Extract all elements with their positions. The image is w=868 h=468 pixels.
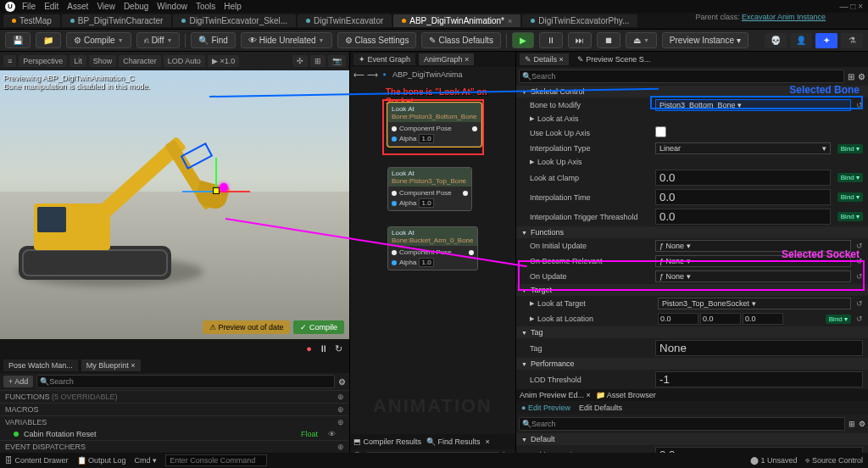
prop-look-up-axis[interactable]: ▶Look Up Axis — [516, 156, 868, 168]
plus-icon[interactable]: ⊕ — [337, 418, 344, 426]
viewport-camera-icon[interactable]: 📷 — [328, 55, 346, 67]
on-initial-update-dropdown[interactable]: ƒ None ▾ — [655, 240, 851, 252]
vec-y[interactable] — [700, 313, 741, 325]
reset-icon[interactable]: ↺ — [856, 257, 863, 265]
alpha-input[interactable]: 1.0 — [419, 198, 433, 208]
tab-find-results[interactable]: 🔍 Find Results — [426, 437, 481, 446]
alpha-pin-icon[interactable] — [392, 201, 397, 206]
pose-pin-out-icon[interactable] — [463, 191, 468, 196]
pause-transport-icon[interactable]: ⏸ — [319, 343, 328, 354]
menu-file[interactable]: File — [22, 2, 36, 11]
menu-tools[interactable]: Tools — [196, 2, 215, 11]
category-functions[interactable]: ▼Functions — [516, 226, 868, 238]
vec-z[interactable] — [743, 313, 783, 325]
diff-button[interactable]: ⎌ Diff▼ — [136, 32, 181, 48]
pose-pin-icon[interactable] — [392, 250, 397, 255]
gear-icon[interactable]: ⚙ — [338, 377, 346, 387]
edit-defaults-button[interactable]: Edit Defaults — [579, 404, 622, 412]
gizmo-y-icon[interactable] — [215, 158, 217, 192]
plus-icon[interactable]: ⊕ — [337, 405, 344, 414]
bind-button[interactable]: Bind ▾ — [837, 192, 863, 202]
preview-out-of-date-button[interactable]: ⚠ Preview out of date — [203, 320, 291, 334]
unsaved-indicator[interactable]: ⬤ 1 Unsaved — [750, 456, 798, 465]
source-control-button[interactable]: ⎆ Source Control — [805, 456, 863, 465]
tab-digitwinexcavator-skel[interactable]: DigiTwinExcavator_Skel... — [173, 14, 296, 27]
menu-window[interactable]: Window — [157, 2, 187, 11]
interpolation-trigger-input[interactable] — [655, 209, 831, 225]
tab-abp-digitwinanimation[interactable]: ABP_DigiTwinAnimation*× — [393, 14, 520, 27]
tab-testmap[interactable]: TestMap — [3, 14, 60, 27]
close-icon[interactable]: × — [131, 361, 135, 370]
tab-digitwinexcavator-phy[interactable]: DigiTwinExcavatorPhy... — [522, 14, 637, 27]
viewport[interactable]: Previewing ABP_DigiTwinAnimation_C Bone … — [0, 70, 349, 339]
tab-asset-browser[interactable]: 📁 Asset Browser — [596, 391, 656, 399]
close-icon[interactable]: × — [508, 17, 512, 25]
menu-debug[interactable]: Debug — [124, 2, 148, 11]
section-functions[interactable]: FUNCTIONS (5 OVERRIDABLE)⊕ — [0, 390, 349, 403]
play-button[interactable]: ▶ — [512, 32, 534, 48]
persona-animation[interactable]: ✦ — [815, 33, 837, 48]
close-icon[interactable]: × — [486, 437, 490, 446]
menu-edit[interactable]: Edit — [44, 2, 58, 11]
bind-button[interactable]: Bind ▾ — [837, 144, 863, 153]
close-icon[interactable]: × — [465, 55, 469, 64]
reset-icon[interactable]: ↺ — [856, 299, 863, 308]
persona-physics[interactable]: ⚗ — [841, 33, 863, 48]
stop-button[interactable]: ⏹ — [597, 32, 620, 48]
preview-instance-dropdown[interactable]: Preview Instance ▾ — [662, 32, 748, 48]
gizmo-z-icon[interactable] — [182, 191, 216, 192]
on-update-dropdown[interactable]: ƒ None ▾ — [655, 270, 851, 282]
viewport-show[interactable]: Show — [89, 55, 117, 67]
gear-icon[interactable]: ⚙ — [858, 72, 865, 81]
interpolation-type-dropdown[interactable]: Linear▾ — [655, 142, 831, 154]
reset-icon[interactable]: ↺ — [856, 101, 863, 109]
compile-button[interactable]: ⚙ Compile▼ — [66, 32, 131, 48]
plus-icon[interactable]: ⊕ — [337, 393, 344, 401]
pose-pin-icon[interactable] — [392, 126, 397, 131]
graph-breadcrumb[interactable]: ⟵ ⟶ 🔹 ABP_DigiTwinAnima — [350, 67, 515, 82]
filter-icon[interactable]: ⊞ — [848, 72, 854, 81]
class-defaults-button[interactable]: ✎ Class Defaults — [421, 32, 500, 48]
category-default[interactable]: ▼Default — [516, 433, 868, 445]
viewport-gizmo-icon[interactable]: ✣ — [292, 55, 308, 67]
tab-pose-watch[interactable]: Pose Watch Man... — [3, 359, 78, 371]
add-button[interactable]: + Add — [3, 376, 33, 387]
content-drawer-button[interactable]: 🗄 Content Drawer — [5, 456, 69, 465]
tab-bp-digitwincharacter[interactable]: BP_DigiTwinCharacter — [62, 14, 172, 27]
edit-preview-button[interactable]: ● Edit Preview — [521, 404, 570, 412]
tab-my-blueprint[interactable]: My Blueprint × — [81, 359, 141, 371]
lod-threshold-input[interactable] — [655, 371, 863, 387]
node-look-at-1[interactable]: Look AtBone:Piston3_Bottom_Bone Componen… — [387, 103, 481, 147]
bind-button[interactable]: Bind ▾ — [837, 212, 863, 221]
bind-button[interactable]: Bind ▾ — [826, 315, 851, 324]
loop-icon[interactable]: ↻ — [335, 343, 342, 354]
tab-details[interactable]: ✎ Details × — [520, 53, 569, 65]
bind-button[interactable]: Bind ▾ — [837, 173, 863, 182]
alpha-pin-icon[interactable] — [392, 260, 397, 265]
vec-x[interactable] — [658, 313, 698, 325]
viewport-lod[interactable]: LOD Auto — [164, 55, 205, 67]
pause-button[interactable]: ⏸ — [539, 32, 563, 48]
alpha-pin-icon[interactable] — [392, 136, 397, 142]
section-event-dispatchers[interactable]: EVENT DISPATCHERS⊕ — [0, 440, 349, 453]
hide-unrelated-button[interactable]: 👁 Hide Unrelated▼ — [241, 32, 332, 48]
viewport-snap-icon[interactable]: ⊞ — [310, 55, 326, 67]
eject-button[interactable]: ⏏▼ — [626, 32, 657, 48]
details-body[interactable]: Selected Bone ▼Skeletal Control Bone to … — [516, 86, 868, 468]
plus-icon[interactable]: ⊕ — [337, 443, 344, 451]
viewport-menu-icon[interactable]: ≡ — [3, 55, 16, 67]
persona-skeleton[interactable]: 💀 — [765, 33, 787, 48]
viewport-lit[interactable]: Lit — [70, 55, 86, 67]
variable-row[interactable]: Cabin Rotation ResetFloat👁 — [0, 428, 349, 440]
lower-details-search[interactable]: 🔍Search — [519, 417, 845, 431]
close-icon[interactable]: × — [559, 55, 564, 64]
cmd-dropdown[interactable]: Cmd ▾ — [135, 456, 158, 465]
prop-look-at-axis[interactable]: ▶Look at Axis — [516, 113, 868, 125]
viewport-perspective[interactable]: Perspective — [19, 55, 67, 67]
persona-mesh[interactable]: 👤 — [790, 33, 812, 48]
reset-icon[interactable]: ↺ — [856, 272, 863, 281]
class-settings-button[interactable]: ⚙ Class Settings — [337, 32, 417, 48]
viewport-character[interactable]: Character — [119, 55, 161, 67]
menu-help[interactable]: Help — [224, 2, 242, 11]
tab-preview-scene[interactable]: ✎ Preview Scene S... — [572, 53, 656, 65]
